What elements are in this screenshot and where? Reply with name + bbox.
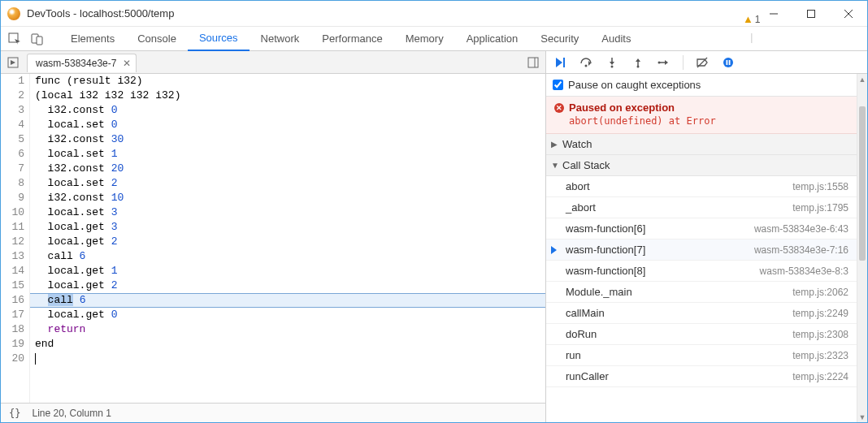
svg-rect-6 (37, 37, 42, 45)
code-line[interactable]: func (result i32) (30, 74, 545, 88)
stack-frame[interactable]: callMaintemp.js:2249 (546, 303, 857, 324)
tab-network[interactable]: Network (250, 27, 311, 51)
code-line[interactable]: local.set 3 (30, 205, 545, 220)
error-icon: ✕ (554, 103, 564, 113)
step-out-icon[interactable] (631, 55, 645, 70)
tab-sources[interactable]: Sources (188, 27, 250, 51)
device-toolbar-icon[interactable] (30, 32, 45, 46)
svg-point-17 (611, 65, 614, 67)
stack-frame[interactable]: _aborttemp.js:1795 (546, 197, 857, 218)
warning-count: 1 (755, 14, 761, 25)
stack-frame-loc: wasm-53834e3e-7:16 (754, 244, 848, 256)
scroll-down-icon[interactable]: ▼ (857, 412, 867, 422)
tab-application[interactable]: Application (455, 27, 530, 51)
code-line[interactable]: local.get 3 (30, 220, 545, 235)
svg-rect-27 (729, 60, 731, 65)
run-snippet-icon[interactable] (526, 55, 540, 70)
exception-banner: ✕ Paused on exception abort(undefined) a… (546, 97, 857, 134)
status-bar: {} Line 20, Column 1 (1, 403, 545, 422)
scrollbar[interactable]: ▲ ▼ (857, 74, 867, 422)
code-line[interactable]: local.get 2 (30, 278, 545, 293)
code-line[interactable]: i32.const 30 (30, 132, 545, 147)
stack-frame[interactable]: wasm-function[7]wasm-53834e3e-7:16 (546, 240, 857, 261)
tab-audits[interactable]: Audits (590, 27, 642, 51)
step-over-icon[interactable] (579, 55, 593, 70)
inspect-element-icon[interactable] (7, 32, 22, 46)
code-line[interactable]: local.get 0 (30, 308, 545, 322)
code-area[interactable]: func (result i32)(local i32 i32 i32 i32)… (30, 74, 545, 403)
svg-marker-8 (11, 60, 15, 65)
code-line[interactable]: return (30, 322, 545, 337)
code-line[interactable]: local.get 1 (30, 264, 545, 278)
stack-frame-fn: wasm-function[6] (566, 222, 645, 235)
pause-on-caught-checkbox[interactable] (553, 80, 563, 90)
stack-frame-fn: run (566, 349, 581, 361)
svg-rect-26 (727, 60, 728, 65)
svg-marker-19 (636, 58, 640, 62)
file-tab[interactable]: wasm-53834e3e-7 ✕ (27, 54, 137, 72)
code-line[interactable]: end (30, 337, 545, 352)
close-tab-icon[interactable]: ✕ (123, 58, 131, 69)
chevron-right-icon: ▶ (551, 140, 559, 149)
tab-performance[interactable]: Performance (310, 27, 393, 51)
resume-icon[interactable] (553, 55, 567, 70)
show-navigator-icon[interactable] (6, 55, 20, 70)
stack-frame-loc: wasm-53834e3e-6:43 (754, 223, 848, 235)
stack-frame[interactable]: aborttemp.js:1558 (546, 176, 857, 197)
scroll-up-icon[interactable]: ▲ (857, 74, 867, 84)
stack-frame-fn: _abort (566, 201, 596, 214)
svg-point-14 (585, 64, 588, 67)
cursor-position: Line 20, Column 1 (32, 408, 111, 419)
svg-marker-11 (556, 58, 562, 67)
code-line[interactable]: i32.const 20 (30, 162, 545, 176)
stack-frame[interactable]: doRuntemp.js:2308 (546, 324, 857, 345)
callstack-list: aborttemp.js:1558_aborttemp.js:1795wasm-… (546, 176, 857, 387)
pause-on-caught-label: Pause on caught exceptions (568, 79, 701, 91)
tab-memory[interactable]: Memory (394, 27, 455, 51)
code-line[interactable]: call 6 (30, 249, 545, 264)
stack-frame-fn: abort (566, 180, 590, 192)
pause-on-caught-row[interactable]: Pause on caught exceptions (546, 74, 857, 97)
watch-section-header[interactable]: ▶ Watch (546, 134, 857, 155)
callstack-section-header[interactable]: ▼ Call Stack (546, 155, 857, 176)
stack-frame-fn: runCaller (566, 370, 609, 382)
code-line[interactable] (30, 352, 545, 366)
callstack-label: Call Stack (562, 159, 610, 171)
devtools-logo-icon (7, 7, 20, 20)
svg-point-25 (723, 58, 733, 67)
stack-frame[interactable]: runtemp.js:2323 (546, 345, 857, 366)
braces-icon[interactable]: {} (9, 408, 20, 419)
step-icon[interactable] (657, 55, 671, 70)
watch-label: Watch (562, 138, 592, 150)
stack-frame[interactable]: wasm-function[6]wasm-53834e3e-6:43 (546, 218, 857, 240)
code-editor[interactable]: 1234567891011121314151617181920 func (re… (1, 74, 545, 403)
code-line[interactable]: (local i32 i32 i32 i32) (30, 88, 545, 103)
deactivate-breakpoints-icon[interactable] (695, 55, 710, 70)
code-line[interactable]: local.get 2 (30, 235, 545, 249)
tab-elements[interactable]: Elements (59, 27, 126, 51)
code-line[interactable]: local.set 0 (30, 118, 545, 132)
file-tab-name: wasm-53834e3e-7 (36, 58, 116, 69)
code-line[interactable]: i32.const 0 (30, 103, 545, 118)
warnings-badge[interactable]: ▲ 1 (743, 13, 761, 25)
code-line[interactable]: call 6 (30, 293, 545, 308)
code-line[interactable]: local.set 2 (30, 176, 545, 191)
stack-frame[interactable]: Module._maintemp.js:2062 (546, 282, 857, 303)
stack-frame[interactable]: runCallertemp.js:2224 (546, 366, 857, 387)
stack-frame-loc: temp.js:2323 (792, 350, 848, 361)
tab-console[interactable]: Console (126, 27, 188, 51)
panel-tabs: ElementsConsoleSourcesNetworkPerformance… (1, 27, 867, 51)
file-tabs-bar: wasm-53834e3e-7 ✕ (1, 51, 545, 74)
stack-frame[interactable]: wasm-function[8]wasm-53834e3e-8:3 (546, 261, 857, 282)
stack-frame-fn: doRun (566, 328, 597, 340)
stack-frame-loc: temp.js:2249 (792, 308, 848, 319)
code-line[interactable]: local.set 1 (30, 147, 545, 162)
code-line[interactable]: i32.const 10 (30, 191, 545, 205)
scroll-thumb[interactable] (859, 106, 866, 261)
stack-frame-fn: Module._main (566, 286, 632, 298)
stack-frame-fn: callMain (566, 307, 605, 319)
pause-on-exceptions-icon[interactable] (721, 55, 736, 70)
tab-security[interactable]: Security (529, 27, 590, 51)
step-into-icon[interactable] (605, 55, 619, 70)
svg-marker-22 (665, 60, 668, 65)
